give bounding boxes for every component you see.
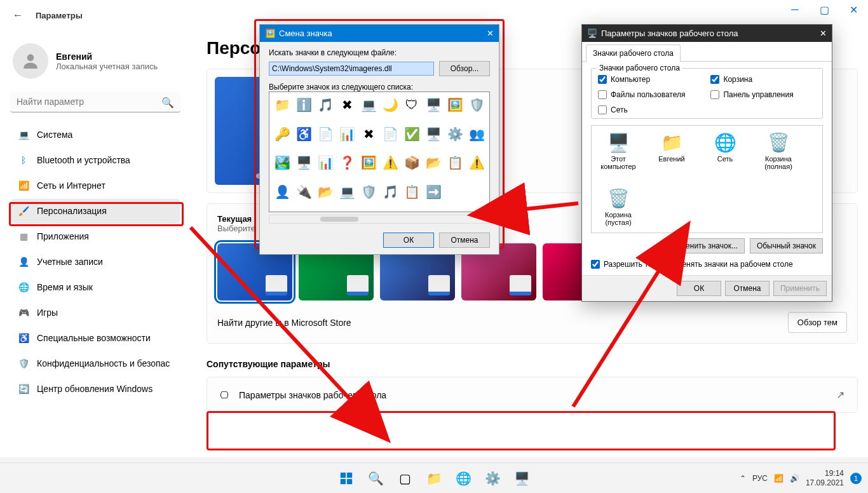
icon-option[interactable]: 🖥️ [424, 96, 442, 114]
icon-option[interactable]: 💻 [360, 96, 377, 114]
notification-badge[interactable]: 1 [850, 473, 862, 484]
preview-icon[interactable]: 🌐Сеть [705, 132, 745, 170]
icon-option[interactable]: 💻 [338, 183, 356, 201]
icon-option[interactable]: 📋 [446, 154, 464, 172]
sidebar-item-2[interactable]: 📶Сеть и Интернет [10, 173, 180, 198]
sidebar-item-4[interactable]: ▦Приложения [10, 224, 180, 248]
task-view-icon[interactable]: ▢ [392, 466, 417, 491]
back-button[interactable]: ← [10, 8, 25, 23]
search-container: 🔍 [10, 91, 180, 112]
change-icon-button[interactable]: Сменить значок... [668, 238, 745, 253]
checkbox-Корзина[interactable]: Корзина [710, 75, 793, 84]
sidebar-item-7[interactable]: 🎮Игры [10, 301, 180, 325]
edge-icon[interactable]: 🌐 [451, 466, 476, 491]
dialog2-close-button[interactable]: ✕ [820, 29, 827, 38]
default-icon-button[interactable]: Обычный значок [750, 238, 823, 253]
allow-themes-checkbox[interactable]: Разрешить темам изменять значки на рабоч… [591, 260, 823, 269]
icon-option[interactable]: ⚠️ [381, 154, 399, 172]
checkbox-Панель управления[interactable]: Панель управления [710, 90, 793, 99]
icon-option[interactable]: 📊 [338, 125, 356, 143]
nav-label: Персонализация [37, 206, 107, 216]
icon-file-path-input[interactable] [269, 62, 434, 76]
checkbox-Файлы пользователя[interactable]: Файлы пользователя [598, 90, 685, 99]
language-indicator[interactable]: РУС [752, 474, 768, 483]
icon-option[interactable]: 🎵 [316, 96, 334, 114]
sidebar-item-5[interactable]: 👤Учетные записи [10, 250, 180, 274]
close-button[interactable]: ✕ [839, 0, 868, 19]
sidebar-item-1[interactable]: ᛒBluetooth и устройства [10, 148, 180, 172]
search-input[interactable] [10, 91, 180, 112]
icon-option[interactable]: 🌙 [381, 96, 399, 114]
icon-option[interactable]: 🏞️ [273, 154, 291, 172]
file-explorer-icon[interactable]: 📁 [421, 466, 447, 491]
icon-option[interactable]: 🖼️ [446, 96, 464, 114]
tab-desktop-icons[interactable]: Значки рабочего стола [586, 44, 681, 62]
sidebar-item-8[interactable]: ♿Специальные возможности [10, 326, 180, 350]
icon-option[interactable]: 📂 [316, 183, 334, 201]
tray-chevron-icon[interactable]: ⌃ [740, 474, 746, 483]
dialog2-apply-button[interactable]: Применить [773, 281, 827, 296]
minimize-button[interactable]: ─ [780, 0, 810, 19]
start-button[interactable] [334, 466, 359, 491]
sidebar-item-10[interactable]: 🔄Центр обновления Windows [10, 377, 180, 401]
preview-icon[interactable]: 📁Евгений [651, 132, 692, 170]
sidebar-item-0[interactable]: 💻Система [10, 123, 180, 147]
related-desktop-icons[interactable]: 🖵 Параметры значков рабочего стола ↗ [207, 377, 858, 413]
icon-option[interactable]: 🖼️ [360, 154, 377, 172]
preview-icon[interactable]: 🖥️Этот компьютер [598, 132, 639, 170]
app-icon[interactable]: 🖥️ [509, 466, 534, 491]
icon-option[interactable]: 🛡️ [468, 96, 485, 114]
checkbox-Сеть[interactable]: Сеть [598, 105, 685, 114]
settings-taskbar-icon[interactable]: ⚙️ [480, 466, 505, 491]
dialog1-close-button[interactable]: ✕ [487, 29, 494, 38]
preview-icon[interactable]: 🗑️Корзина (пустая) [598, 188, 639, 226]
dialog2-ok-button[interactable]: ОК [677, 281, 721, 296]
icon-option[interactable]: 📁 [273, 96, 291, 114]
icon-option[interactable]: 📊 [316, 154, 334, 172]
icon-option[interactable]: 📄 [316, 125, 334, 143]
icon-option[interactable]: ✖ [360, 125, 377, 143]
icon-option[interactable]: ➡️ [424, 183, 442, 201]
icon-grid[interactable]: 📁ℹ️🎵✖💻🌙🛡🖥️🖼️🛡️🔑♿📄📊✖📄✅🖥️⚙️👥🏞️🖥️📊❓🖼️⚠️📦📂📋⚠… [269, 91, 490, 212]
sidebar-item-9[interactable]: 🛡️Конфиденциальность и безопас [10, 351, 180, 375]
icon-option[interactable]: 🛡 [403, 96, 421, 114]
browse-themes-button[interactable]: Обзор тем [788, 312, 847, 333]
volume-icon[interactable]: 🔊 [790, 474, 799, 483]
dialog2-cancel-button[interactable]: Отмена [725, 281, 770, 296]
icon-option[interactable]: ✖ [338, 96, 356, 114]
user-block[interactable]: Евгений Локальная учетная запись [10, 38, 180, 91]
icon-option[interactable]: ⚙️ [446, 125, 464, 143]
clock[interactable]: 19:14 17.09.2021 [806, 469, 844, 487]
icon-option[interactable]: 🔑 [273, 125, 291, 143]
icon-preview-pane[interactable]: 🖥️Этот компьютер📁Евгений🌐Сеть🗑️Корзина (… [591, 125, 823, 233]
icon-option[interactable]: 📋 [403, 183, 421, 201]
icon-option[interactable]: 📦 [403, 154, 421, 172]
icon-option[interactable]: ⚠️ [468, 154, 485, 172]
icon-option[interactable]: 👥 [468, 125, 485, 143]
icon-option[interactable]: ❓ [338, 154, 356, 172]
checkbox-Компьютер[interactable]: Компьютер [598, 75, 685, 84]
sidebar-item-6[interactable]: 🌐Время и язык [10, 275, 180, 299]
network-icon[interactable]: 📶 [774, 474, 783, 483]
taskbar-search-icon[interactable]: 🔍 [363, 466, 388, 491]
icon-option[interactable]: 🔌 [295, 183, 313, 201]
maximize-button[interactable]: ▢ [810, 0, 839, 19]
icon-option[interactable]: 👤 [273, 183, 291, 201]
icon-option[interactable]: 🛡️ [360, 183, 377, 201]
icon-option[interactable]: ℹ️ [295, 96, 313, 114]
icon-option[interactable]: ✅ [403, 125, 421, 143]
icon-option[interactable]: ♿ [295, 125, 313, 143]
icon-option[interactable]: 🖥️ [424, 125, 442, 143]
preview-icon[interactable]: 🗑️Корзина (полная) [758, 132, 799, 170]
icon-option[interactable]: 📄 [381, 125, 399, 143]
nav-label: Центр обновления Windows [37, 384, 153, 394]
dialog1-cancel-button[interactable]: Отмена [439, 233, 490, 248]
dialog1-ok-button[interactable]: ОК [383, 233, 434, 248]
store-link[interactable]: Найти другие ы в Microsoft Store [217, 318, 351, 328]
icon-option[interactable]: 📂 [424, 154, 442, 172]
icon-grid-scrollbar[interactable] [269, 215, 490, 224]
icon-option[interactable]: 🎵 [381, 183, 399, 201]
sidebar-item-3[interactable]: 🖌️Персонализация [10, 199, 180, 223]
browse-button[interactable]: Обзор... [439, 61, 490, 76]
icon-option[interactable]: 🖥️ [295, 154, 313, 172]
